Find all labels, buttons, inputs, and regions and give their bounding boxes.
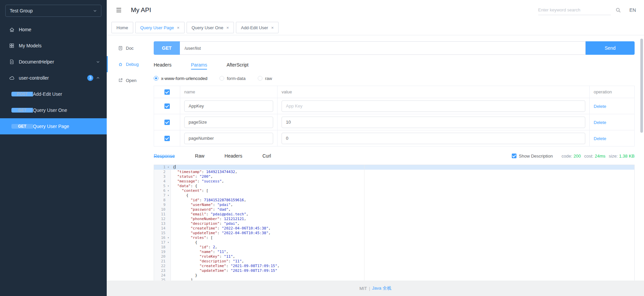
code-line: "description": "pdai",	[173, 221, 634, 226]
tab-query-user-page[interactable]: Query User Page ×	[135, 22, 185, 33]
code-line: "createTime": "2021-09-08T17:09:15",	[173, 264, 634, 268]
gutter-line: 24	[154, 273, 170, 278]
sidebar-subitem-query-user-one[interactable]: GET Query User One	[0, 102, 107, 118]
method-select[interactable]: GET	[154, 41, 180, 55]
document-icon	[9, 59, 15, 65]
row-checkbox[interactable]	[164, 103, 170, 109]
code-line: "updateTime": "2022-04-06T10:45:38",	[173, 231, 634, 236]
code-line: }	[173, 273, 634, 278]
radio-label: raw	[265, 76, 272, 81]
code-line: "data": {	[173, 184, 634, 188]
radio-icon	[219, 76, 224, 81]
column-header-name: name	[180, 86, 278, 98]
radio-raw[interactable]: raw	[258, 76, 272, 81]
search-icon[interactable]	[615, 7, 621, 13]
row-checkbox[interactable]	[164, 136, 170, 141]
close-icon[interactable]: ×	[177, 26, 180, 30]
param-name-input[interactable]	[184, 117, 273, 128]
show-description-checkbox[interactable]: Show Description	[512, 154, 553, 159]
tab-home[interactable]: Home	[111, 22, 133, 33]
tab-label: Add-Edit User	[241, 25, 268, 30]
fold-icon[interactable]: ▾	[166, 184, 170, 188]
chevron-up-icon	[96, 76, 100, 80]
tab-resp-headers[interactable]: Headers	[225, 153, 242, 159]
tab-headers[interactable]: Headers	[154, 59, 171, 71]
tab-afterscript[interactable]: AfterScript	[227, 59, 248, 71]
code-line: "id": 2,	[173, 245, 634, 250]
sidebar-item-home[interactable]: Home	[0, 22, 107, 38]
tab-label: Headers	[225, 153, 242, 159]
select-all-checkbox[interactable]	[164, 89, 170, 95]
close-icon[interactable]: ×	[226, 26, 229, 30]
param-row: Delete	[154, 98, 635, 114]
scrollbar-thumb[interactable]	[640, 39, 643, 133]
code-label: code:	[561, 154, 572, 159]
tab-raw[interactable]: Raw	[195, 153, 204, 159]
param-name-input[interactable]	[184, 133, 273, 144]
line-number: 22	[154, 264, 166, 268]
code-line: "status": "200",	[173, 174, 634, 179]
param-name-input[interactable]	[184, 100, 273, 112]
line-number: 13	[154, 221, 166, 226]
response-code-editor[interactable]: 1▾2345▾6▾7▾8910111213141516▾17▾181920212…	[154, 165, 635, 281]
close-icon[interactable]: ×	[271, 26, 274, 30]
tab-response[interactable]: Response	[154, 153, 175, 159]
models-icon	[9, 43, 15, 48]
delete-link[interactable]: Delete	[594, 104, 606, 109]
group-select-value: Test Group	[10, 8, 33, 13]
home-icon	[9, 27, 15, 33]
code-line: "userName": "pdai",	[173, 203, 634, 207]
line-number: 4	[154, 179, 166, 184]
sidebar-item-documenthelper[interactable]: DocumentHelper	[0, 54, 107, 70]
send-button[interactable]: Send	[586, 41, 635, 55]
footer-link[interactable]: Java 全栈	[372, 285, 391, 291]
code-line: "timestamp": 1649213474432,	[173, 170, 634, 174]
side-nav-open[interactable]: Open	[107, 72, 154, 88]
radio-form-data[interactable]: form-data	[219, 76, 246, 81]
editor-gutter: 1▾2345▾6▾7▾8910111213141516▾17▾181920212…	[154, 165, 171, 281]
url-input[interactable]	[180, 41, 586, 55]
param-value-input[interactable]	[282, 117, 585, 128]
param-value-input[interactable]	[282, 100, 585, 112]
row-checkbox[interactable]	[164, 120, 170, 125]
search-input[interactable]	[538, 7, 611, 12]
line-number: 10	[154, 207, 166, 212]
tab-curl[interactable]: Curl	[262, 153, 271, 159]
fold-icon[interactable]: ▾	[166, 236, 170, 240]
side-nav-doc[interactable]: Doc	[107, 40, 154, 56]
open-tabs-bar: Home Query User Page × Query User One × …	[107, 20, 644, 35]
code-line: "roleKey": "11",	[173, 254, 634, 259]
fold-icon[interactable]: ▾	[166, 240, 170, 245]
gutter-line: 5▾	[154, 184, 170, 188]
sidebar-subitem-query-user-page[interactable]: GET Query User Page	[0, 118, 107, 134]
language-toggle[interactable]: EN	[630, 7, 636, 13]
tab-query-user-one[interactable]: Query User One ×	[187, 22, 234, 33]
fold-icon[interactable]: ▾	[166, 165, 170, 170]
sidebar-subitem-add-edit-user[interactable]: POST Add-Edit User	[0, 86, 107, 102]
radio-x-www-form-urlencoded[interactable]: x-www-form-urlencoded	[154, 76, 207, 81]
sidebar-item-my-models[interactable]: My Models	[0, 38, 107, 54]
fold-icon[interactable]: ▾	[166, 193, 170, 198]
tab-label: Raw	[195, 153, 204, 159]
gutter-line: 11	[154, 212, 170, 217]
sidebar-subitem-label: Query User One	[33, 108, 67, 113]
group-select[interactable]: Test Group	[5, 5, 101, 17]
fold-icon[interactable]: ▾	[166, 188, 170, 193]
tab-label: Curl	[262, 153, 271, 159]
line-number: 7	[154, 193, 166, 198]
param-value-input[interactable]	[282, 133, 585, 144]
tab-add-edit-user[interactable]: Add-Edit User ×	[236, 22, 279, 33]
delete-link[interactable]: Delete	[594, 136, 606, 141]
collapse-menu-icon[interactable]	[115, 7, 122, 13]
tab-params[interactable]: Params	[191, 59, 207, 71]
code-line: "email": "pdai@pdai.tech",	[173, 212, 634, 217]
radio-icon	[154, 76, 158, 81]
gutter-line: 13	[154, 221, 170, 226]
side-nav-debug[interactable]: Debug	[107, 56, 154, 72]
sidebar-item-user-controller[interactable]: user-controller 3	[0, 70, 107, 86]
delete-link[interactable]: Delete	[594, 120, 606, 125]
line-number: 19	[154, 250, 166, 254]
gutter-line: 19	[154, 250, 170, 254]
sidebar-menu: Home My Models DocumentHelper	[0, 22, 107, 134]
vertical-scrollbar[interactable]	[640, 37, 643, 279]
